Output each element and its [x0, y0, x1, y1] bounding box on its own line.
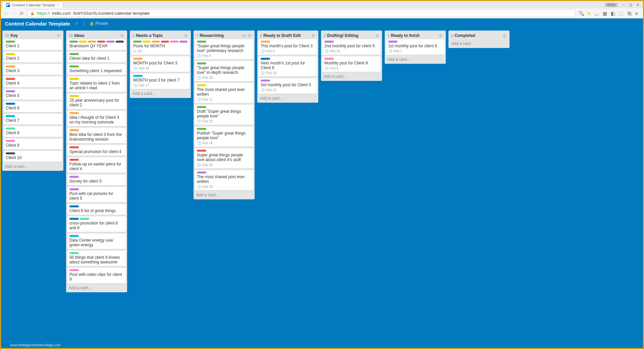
add-card-button[interactable]: Add a card…	[195, 191, 253, 198]
card[interactable]: This month's post for Client 3🕐Feb 9	[259, 39, 317, 55]
label-red	[6, 78, 15, 80]
due-date: Feb 29	[202, 185, 213, 189]
window-minimize-icon[interactable]: —	[622, 2, 625, 7]
forward-button[interactable]: →	[12, 11, 16, 16]
reload-button[interactable]: ⟳	[20, 11, 24, 16]
add-card-button[interactable]: Add a card…	[131, 89, 190, 97]
card[interactable]: Idea I thought of for Client 3 on my mor…	[67, 111, 126, 127]
card[interactable]: MONTH post for Client 3🕐Feb 23	[131, 56, 190, 72]
star-board-icon[interactable]: ☆	[75, 21, 78, 26]
evernote-icon[interactable]: 🐘	[627, 11, 632, 16]
card[interactable]: The most shared post ever written🕐Feb 11	[195, 83, 253, 103]
card[interactable]: 3rd monthly post for Client 5🕐Feb 22	[259, 78, 317, 94]
card[interactable]: Brainstorm Q# YEAR	[67, 39, 126, 50]
card[interactable]: Next month's 1st post for Client 6🕐Feb 1…	[259, 56, 317, 77]
list-menu-icon[interactable]: ⊝	[439, 33, 442, 38]
card[interactable]: Client 5	[4, 89, 62, 100]
add-card-button[interactable]: Add a card…	[450, 39, 508, 47]
card[interactable]: Clever idea for client 1	[67, 52, 126, 63]
card[interactable]: Post with video clips for client 9	[67, 268, 126, 284]
card[interactable]: Survey for client 5	[67, 174, 126, 186]
add-card-button[interactable]: Add a card…	[322, 72, 381, 80]
card-title: Client 8	[6, 131, 60, 135]
list-header[interactable]: 0Completed⊝	[450, 32, 508, 39]
card[interactable]: Publish "Super great things people love"…	[195, 127, 253, 147]
list-header[interactable]: 1Ready to finish⊝	[386, 32, 444, 39]
list-menu-icon[interactable]: ⊝	[375, 33, 379, 38]
card-title: MONTH post for Client 3	[133, 61, 187, 65]
card[interactable]: Client 1	[4, 39, 62, 50]
card[interactable]: 50 things that client 8 knows about some…	[67, 251, 126, 266]
list-header[interactable]: 7Researching☐▾⊝	[195, 32, 253, 39]
tab-close-icon[interactable]: ×	[57, 3, 59, 7]
add-card-button[interactable]: Add a card…	[386, 55, 444, 62]
card[interactable]: Posts for MONTH☑0/1	[131, 39, 190, 55]
window-maximize-icon[interactable]: □	[630, 2, 632, 7]
card[interactable]: The most shared post ever written🕐Feb 29	[195, 170, 253, 191]
bookmark-star-icon[interactable]: ★	[587, 11, 592, 16]
card[interactable]: Client 4	[4, 77, 62, 88]
pocket-icon[interactable]: ◡	[595, 11, 600, 16]
list-header[interactable]: 3Needs a Topic⊝	[131, 32, 190, 39]
card-title: 25 year anniversary post for client 2	[69, 98, 124, 107]
card[interactable]: Topic related to client 2 from an articl…	[67, 77, 126, 92]
card[interactable]: Post with cat pictures for client 5	[67, 187, 126, 203]
list-extra-icon[interactable]: ☐▾	[241, 34, 246, 38]
card[interactable]: Data Center energy use/ green energy	[67, 234, 126, 249]
card-title: Client 2	[6, 56, 60, 61]
list-header[interactable]: 2Drafting/ Editing⊝	[322, 32, 381, 39]
card[interactable]: Client 8	[4, 126, 62, 137]
board-title[interactable]: Content Calendar Template	[5, 21, 70, 27]
card[interactable]: Client 2	[4, 52, 62, 63]
label-pink	[69, 269, 79, 271]
card[interactable]: Monthly post for Client 9🕐Feb 5	[322, 56, 381, 72]
card[interactable]: cross-promotion for client 6 and 8	[67, 216, 126, 232]
browser-tab[interactable]: Content Calendar Templat ×	[2, 1, 63, 8]
card[interactable]: Something client 1 requested	[67, 64, 126, 75]
card[interactable]: 1st monthly post for client 5🕐Feb 1	[386, 39, 444, 55]
list-title: Drafting/ Editing	[327, 33, 375, 38]
card[interactable]: Client 9	[4, 139, 62, 150]
card[interactable]: Client 10	[4, 151, 62, 162]
card[interactable]: MONTH post 3 for client 7🕐Feb 17	[131, 73, 190, 89]
list-menu-icon[interactable]: ⊝	[57, 33, 60, 38]
extension-3-icon[interactable]: ⬚	[619, 11, 624, 16]
extension-1-icon[interactable]: ▦	[603, 11, 608, 16]
card[interactable]: Super great things people love about cli…	[195, 148, 253, 169]
visibility-lock-icon[interactable]: 🔒 Private	[89, 21, 108, 26]
back-button[interactable]: ←	[4, 11, 8, 16]
card[interactable]: "Super great things people love" prelimi…	[195, 39, 253, 60]
clock-icon: 🕐	[197, 185, 201, 189]
list-header[interactable]: 16Ideas⊝	[67, 32, 126, 39]
card[interactable]: "Super great things people love" in-dept…	[195, 61, 253, 82]
card[interactable]: Follow-up on earlier piece for client 4	[67, 157, 126, 173]
card[interactable]: Client 6 list of great things	[67, 204, 126, 215]
card[interactable]: Special promotion for client 4	[67, 145, 126, 156]
card[interactable]: Client 7	[4, 114, 62, 125]
card[interactable]: 2nd monthly post for client 5🕐Feb 15	[322, 39, 381, 55]
list-menu-icon[interactable]: ⊝	[248, 33, 251, 38]
list-header[interactable]: 3Ready to Draft/ Edit⊝	[259, 32, 317, 39]
list-menu-icon[interactable]: ⊝	[503, 33, 506, 38]
card[interactable]: Best idea for client 3 from the brainsto…	[67, 128, 126, 144]
user-badge[interactable]: Abble	[605, 3, 618, 7]
card-labels	[133, 41, 187, 43]
list-menu-icon[interactable]: ⊝	[120, 33, 124, 38]
card[interactable]: Draft "Super great things people love"🕐F…	[195, 105, 253, 125]
card[interactable]: Client 3	[4, 64, 62, 75]
window-close-icon[interactable]: ✕	[637, 2, 639, 7]
list-header[interactable]: 10Key⊝	[4, 32, 62, 39]
label-yellow	[69, 78, 79, 80]
add-card-button[interactable]: Add a card…	[4, 162, 62, 169]
card[interactable]: 25 year anniversary post for client 2	[67, 94, 126, 109]
extension-2-icon[interactable]: ◧	[611, 11, 616, 16]
url-field[interactable]: 🔒 https://trello.com/b/dYzGorXL/content-…	[27, 9, 575, 17]
menu-icon[interactable]: ≡	[635, 11, 640, 16]
search-icon[interactable]: 🔍	[579, 11, 584, 16]
add-card-button[interactable]: Add a card…	[67, 284, 126, 291]
list-menu-icon[interactable]: ⊝	[184, 33, 187, 38]
card[interactable]: Client 6	[4, 101, 62, 112]
card-title: Post with video clips for client 9	[69, 272, 124, 282]
list-menu-icon[interactable]: ⊝	[312, 33, 315, 38]
add-card-button[interactable]: Add a card…	[259, 94, 317, 101]
